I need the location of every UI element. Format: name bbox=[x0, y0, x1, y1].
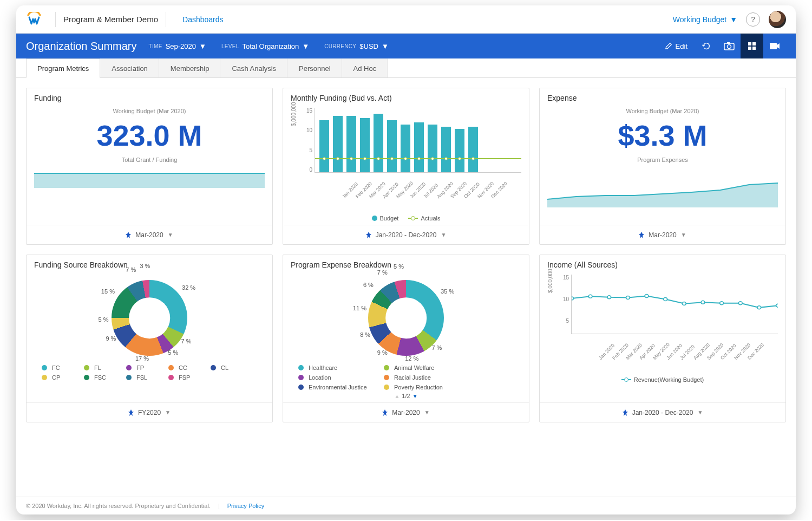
card-income: Income (All Sources) $,000,000 15105 Jan… bbox=[539, 255, 786, 422]
filter-level-label: LEVEL bbox=[221, 43, 239, 49]
grid-icon bbox=[748, 42, 756, 50]
card-footer[interactable]: Jan-2020 - Dec-2020 ▼ bbox=[283, 225, 529, 244]
filter-time[interactable]: TIME Sep-2020 ▼ bbox=[149, 42, 206, 50]
tab-personnel[interactable]: Personnel bbox=[287, 58, 342, 77]
legend-item[interactable]: Poverty Reduction bbox=[384, 384, 460, 390]
pager-next-icon[interactable]: ▼ bbox=[412, 393, 418, 399]
legend-revenue: Revenue(Working Budget) bbox=[621, 376, 704, 383]
caret-down-icon: ▼ bbox=[199, 42, 206, 50]
expense-metric-label: Program Expenses bbox=[637, 157, 688, 163]
refresh-button[interactable] bbox=[695, 34, 718, 58]
camera-button[interactable] bbox=[718, 34, 741, 58]
edit-button[interactable]: Edit bbox=[657, 34, 695, 58]
tab-ad-hoc[interactable]: Ad Hoc bbox=[342, 58, 388, 77]
bar[interactable] bbox=[441, 127, 451, 172]
budget-selector[interactable]: Working Budget ▼ bbox=[673, 15, 737, 24]
workday-logo-icon[interactable] bbox=[26, 11, 42, 28]
tab-association[interactable]: Association bbox=[100, 58, 159, 77]
legend-item[interactable]: Racial Justice bbox=[384, 374, 460, 381]
filter-time-label: TIME bbox=[149, 43, 162, 49]
tab-program-metrics[interactable]: Program Metrics bbox=[26, 58, 100, 78]
svg-rect-6 bbox=[752, 47, 756, 50]
legend-item[interactable]: FSC bbox=[84, 374, 116, 381]
pin-icon bbox=[366, 232, 371, 238]
present-button[interactable] bbox=[763, 34, 786, 58]
help-button[interactable]: ? bbox=[746, 12, 760, 27]
legend-pager[interactable]: ▲ 1/2 ▼ bbox=[394, 393, 417, 399]
bar[interactable] bbox=[374, 114, 383, 172]
privacy-policy-link[interactable]: Privacy Policy bbox=[227, 503, 264, 509]
subheader: Organization Summary TIME Sep-2020 ▼ LEV… bbox=[16, 34, 796, 58]
legend-actuals: Actuals bbox=[408, 215, 440, 222]
svg-rect-7 bbox=[770, 43, 777, 49]
dashboard-grid: Funding Working Budget (Mar 2020) 323.0 … bbox=[16, 78, 796, 432]
card-footer[interactable]: Jan-2020 - Dec-2020 ▼ bbox=[540, 402, 785, 422]
tab-cash-analysis[interactable]: Cash Analysis bbox=[220, 58, 287, 77]
pin-icon bbox=[639, 232, 644, 238]
bar[interactable] bbox=[387, 120, 397, 172]
footer-range: Mar-2020 bbox=[649, 231, 676, 239]
bar[interactable] bbox=[468, 127, 478, 172]
x-labels: Jan 2020Feb 2020Mar 2020Apr 2020May 2020… bbox=[569, 353, 756, 362]
caret-down-icon: ▼ bbox=[165, 409, 171, 415]
funding-source-donut: 32 %7 %5 %17 %9 %5 %15 %7 %3 % bbox=[112, 275, 187, 361]
legend-item[interactable]: Animal Welfare bbox=[384, 364, 460, 371]
divider bbox=[55, 12, 56, 27]
donut-legend: FCFLFPCCCLCPFSCFSLFSP bbox=[34, 361, 265, 381]
svg-point-9 bbox=[588, 295, 592, 298]
caret-down-icon: ▼ bbox=[382, 42, 389, 50]
legend-item[interactable]: Environmental Justice bbox=[298, 384, 374, 390]
card-footer[interactable]: Mar-2020 ▼ bbox=[283, 402, 529, 422]
bar[interactable] bbox=[401, 125, 410, 172]
legend-item[interactable]: CL bbox=[211, 364, 243, 371]
card-title: Income (All Sources) bbox=[540, 255, 785, 271]
filter-currency[interactable]: CURRENCY $USD ▼ bbox=[324, 42, 389, 50]
app-title: Program & Member Demo bbox=[63, 15, 158, 24]
legend-item[interactable]: FL bbox=[84, 364, 116, 371]
nav-dashboards[interactable]: Dashboards bbox=[182, 15, 224, 24]
bar[interactable] bbox=[319, 120, 329, 172]
footer-copyright: © 2020 Workday, Inc. All rights reserved… bbox=[26, 503, 211, 509]
bar[interactable] bbox=[346, 116, 356, 172]
footer-range: Mar-2020 bbox=[135, 231, 163, 239]
card-funding-source: Funding Source Breakdown 32 %7 %5 %17 %9… bbox=[26, 255, 273, 422]
y-ticks: 15105 bbox=[547, 275, 569, 340]
svg-rect-2 bbox=[727, 42, 730, 44]
tab-membership[interactable]: Membership bbox=[159, 58, 221, 77]
svg-point-19 bbox=[776, 304, 778, 307]
bar[interactable] bbox=[414, 122, 424, 172]
bar[interactable] bbox=[333, 116, 343, 172]
pin-icon bbox=[623, 409, 628, 416]
program-expense-donut: 35 %7 %12 %9 %8 %11 %6 %7 %5 % bbox=[368, 275, 444, 361]
card-title: Program Expense Breakdown bbox=[283, 255, 529, 271]
legend-item[interactable]: CP bbox=[42, 374, 74, 381]
caret-down-icon: ▼ bbox=[302, 42, 309, 50]
card-footer[interactable]: FY2020 ▼ bbox=[27, 402, 272, 422]
caret-down-icon: ▼ bbox=[168, 232, 173, 238]
bar[interactable] bbox=[428, 125, 437, 172]
budget-selector-label: Working Budget bbox=[673, 15, 726, 24]
legend-item[interactable]: FP bbox=[126, 364, 159, 371]
card-footer[interactable]: Mar-2020 ▼ bbox=[540, 225, 785, 244]
card-footer[interactable]: Mar-2020 ▼ bbox=[27, 225, 272, 244]
legend-item[interactable]: CC bbox=[168, 364, 201, 371]
caret-down-icon: ▼ bbox=[681, 232, 686, 238]
legend-item[interactable]: Location bbox=[298, 374, 374, 381]
caret-down-icon: ▼ bbox=[424, 409, 430, 415]
bar[interactable] bbox=[360, 118, 370, 172]
grid-view-button[interactable] bbox=[741, 34, 763, 58]
legend-item[interactable]: Healthcare bbox=[298, 364, 374, 371]
funding-value: 323.0 M bbox=[96, 119, 202, 152]
legend-item[interactable]: FC bbox=[42, 364, 74, 371]
bar[interactable] bbox=[455, 129, 464, 172]
pager-prev-icon: ▲ bbox=[394, 393, 400, 399]
user-avatar[interactable] bbox=[769, 11, 786, 28]
filter-level[interactable]: LEVEL Total Organization ▼ bbox=[221, 42, 309, 50]
divider: | bbox=[218, 503, 220, 509]
pin-icon bbox=[128, 409, 134, 416]
footer-range: FY2020 bbox=[138, 409, 161, 416]
pin-icon bbox=[382, 409, 388, 416]
card-subtitle: Working Budget (Mar 2020) bbox=[626, 108, 699, 114]
legend-item[interactable]: FSP bbox=[168, 374, 201, 381]
legend-item[interactable]: FSL bbox=[126, 374, 159, 381]
